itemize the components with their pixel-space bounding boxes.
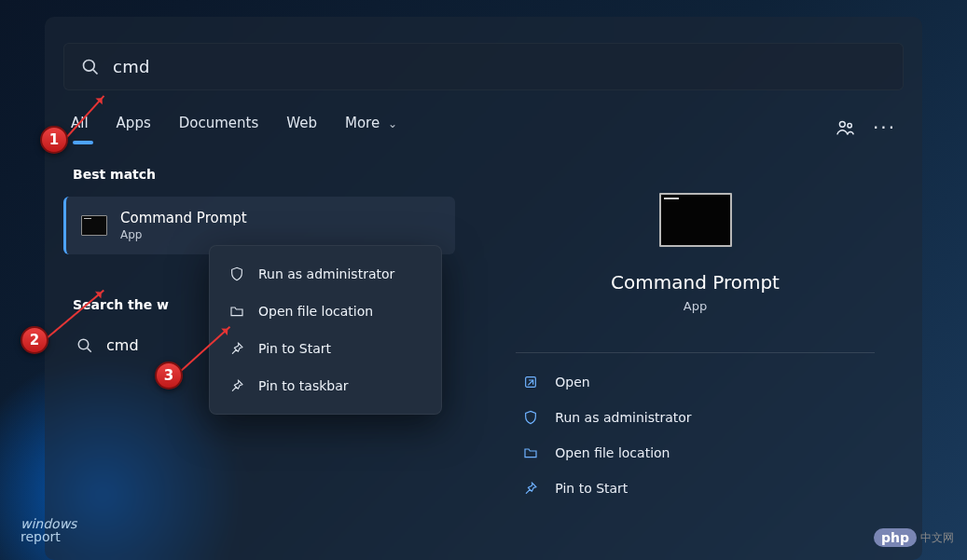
folder-icon — [521, 445, 540, 460]
results-column: Best match Command Prompt App Search the… — [63, 167, 455, 506]
tabs-row: All Apps Documents Web More ⌄ ··· — [63, 115, 904, 141]
tab-documents[interactable]: Documents — [179, 115, 259, 141]
more-options-icon[interactable]: ··· — [873, 116, 896, 139]
folder-icon — [228, 304, 245, 319]
tab-web-label: Web — [286, 115, 317, 131]
svg-point-2 — [839, 121, 845, 127]
cmd-icon — [81, 215, 107, 236]
menu-run-as-administrator[interactable]: Run as administrator — [215, 255, 435, 293]
tab-documents-label: Documents — [179, 115, 259, 131]
menu-label: Pin to Start — [258, 341, 331, 356]
menu-label: Pin to taskbar — [258, 378, 349, 393]
action-open[interactable]: Open — [516, 364, 874, 400]
action-pin-to-start[interactable]: Pin to Start — [516, 471, 874, 506]
preview-app-icon — [659, 193, 732, 247]
svg-point-4 — [78, 339, 89, 349]
action-label: Run as administrator — [555, 410, 691, 425]
pin-icon — [521, 481, 540, 496]
search-icon — [81, 58, 100, 76]
action-label: Pin to Start — [555, 481, 628, 496]
tab-apps[interactable]: Apps — [117, 115, 151, 141]
preview-column: Command Prompt App Open Run as administr… — [487, 167, 904, 506]
pin-icon — [228, 341, 245, 356]
action-label: Open file location — [555, 445, 670, 460]
preview-title: Command Prompt — [611, 271, 780, 294]
context-menu: Run as administrator Open file location … — [209, 245, 442, 415]
svg-line-5 — [88, 348, 91, 351]
svg-line-1 — [93, 69, 98, 74]
action-open-file-location[interactable]: Open file location — [516, 435, 874, 471]
tab-apps-label: Apps — [117, 115, 151, 131]
result-subtitle: App — [120, 228, 247, 241]
tab-more[interactable]: More ⌄ — [345, 115, 397, 141]
divider — [516, 352, 874, 353]
annotation-badge-1: 1 — [40, 126, 68, 154]
menu-open-file-location[interactable]: Open file location — [215, 293, 435, 330]
svg-point-0 — [84, 60, 95, 71]
result-title: Command Prompt — [120, 210, 247, 226]
search-icon — [76, 337, 93, 354]
watermark-php: php 中文网 — [874, 528, 954, 547]
annotation-badge-3: 3 — [155, 362, 183, 389]
tab-more-label: More — [345, 115, 380, 131]
start-search-panel: cmd All Apps Documents Web More ⌄ ··· Be… — [45, 17, 922, 560]
menu-pin-to-start[interactable]: Pin to Start — [215, 330, 435, 367]
shield-icon — [521, 410, 540, 425]
annotation-badge-2: 2 — [21, 326, 48, 354]
menu-label: Open file location — [258, 304, 373, 319]
action-run-as-administrator[interactable]: Run as administrator — [516, 400, 874, 435]
best-match-label: Best match — [73, 167, 455, 182]
search-query-text: cmd — [113, 57, 150, 76]
accounts-icon[interactable] — [836, 117, 856, 138]
action-label: Open — [555, 375, 589, 389]
pin-icon — [228, 378, 245, 393]
search-input[interactable]: cmd — [63, 43, 904, 90]
preview-subtitle: App — [684, 299, 707, 313]
chevron-down-icon: ⌄ — [388, 117, 397, 130]
preview-actions: Open Run as administrator Open file loca… — [516, 364, 874, 506]
tab-web[interactable]: Web — [286, 115, 317, 141]
menu-pin-to-taskbar[interactable]: Pin to taskbar — [215, 367, 435, 404]
menu-label: Run as administrator — [258, 266, 394, 281]
open-icon — [521, 375, 540, 389]
watermark-windows-report: windows report — [21, 517, 76, 543]
svg-point-3 — [848, 124, 851, 128]
shield-icon — [228, 266, 245, 281]
search-web-text: cmd — [106, 336, 139, 354]
